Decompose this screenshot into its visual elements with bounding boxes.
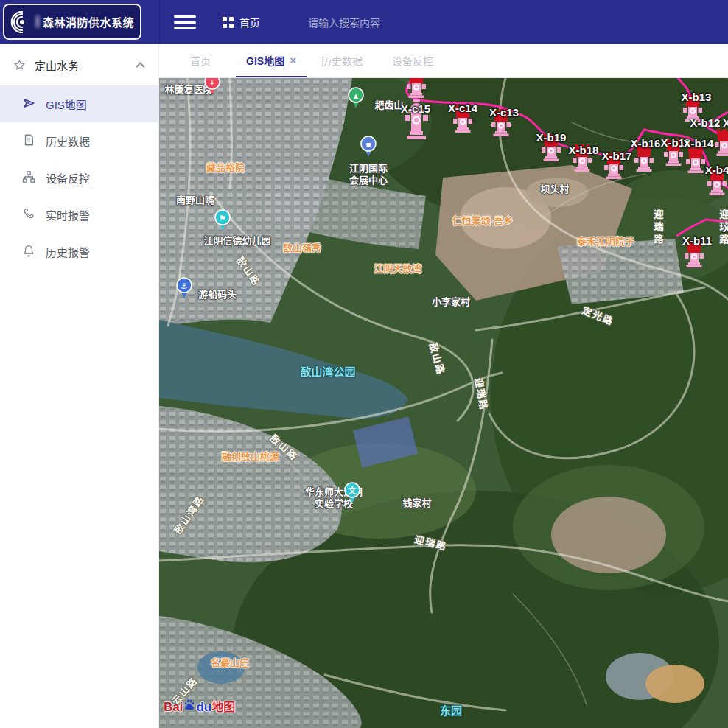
svg-text:⚓: ⚓: [181, 281, 188, 290]
device-hydrant-marker-X-b14[interactable]: [685, 142, 707, 176]
map-poi-label: 江阴信德幼儿园: [203, 235, 270, 247]
device-hydrant-marker-X-c15[interactable]: [404, 99, 429, 145]
tab-label: 设备反控: [392, 53, 433, 68]
tab-close-icon[interactable]: ×: [290, 55, 296, 66]
map-poi-label: 坝头村: [540, 183, 569, 195]
road-label: 迎瑞路: [651, 209, 665, 247]
map-poi-label: 南野山嘴: [176, 195, 214, 206]
device-hydrant-marker-X-b18[interactable]: [571, 141, 593, 175]
building-pin: ■: [360, 136, 377, 161]
road-label: 敔山路: [267, 431, 301, 463]
map-poi-label: 钱家村: [402, 497, 431, 509]
svg-text:■: ■: [366, 140, 371, 149]
road-label: 敔山路: [427, 341, 449, 377]
header-divider: [159, 0, 160, 44]
map-poi-label: 名豪山庄: [211, 657, 249, 669]
road-label: 敔山路: [234, 253, 264, 289]
road-label: 迎瑞路: [472, 377, 492, 412]
sidebar-item-label: GIS地图: [46, 97, 87, 112]
tab-label: 历史数据: [321, 53, 363, 68]
map-poi-label: 敔山湾公园: [300, 365, 355, 379]
star-icon: [13, 59, 26, 71]
sidebar-group-label: 定山水务: [35, 57, 79, 73]
chevron-up-icon: [136, 62, 145, 71]
anchor-pin: ⚓: [176, 277, 192, 302]
tab-GIS地图[interactable]: GIS地图×: [236, 44, 307, 77]
sidebar-item-实时报警[interactable]: 实时报警: [0, 196, 158, 233]
sidebar-group-dingshan[interactable]: 定山水务: [0, 44, 158, 85]
tab-label: 首页: [190, 53, 211, 68]
app-header: 森林消防供水系统 首页: [0, 0, 728, 44]
document-icon: [22, 133, 35, 149]
sidebar-item-历史数据[interactable]: 历史数据: [0, 122, 158, 159]
svg-text:+: +: [210, 78, 214, 87]
tab-bar: 首页GIS地图×历史数据设备反控: [159, 44, 728, 78]
hamburger-menu-icon[interactable]: [174, 14, 196, 30]
sidebar-item-label: 设备反控: [46, 170, 90, 186]
device-hydrant-marker-X-b13[interactable]: [682, 91, 704, 125]
map-poi-label: 江阴国际会展中心: [349, 163, 388, 187]
hospital-pin: +: [204, 78, 220, 99]
app-logo: 森林消防供水系统: [3, 4, 141, 40]
sonar-logo-icon: [10, 11, 32, 33]
svg-text:文: 文: [349, 486, 357, 495]
map-poi-label: 融创敔山桃源: [222, 451, 279, 463]
map-poi-label: 游船码头: [198, 289, 237, 301]
home-nav-label: 首页: [239, 15, 260, 29]
map-poi-label: 仁恒棠颂·吾乡: [452, 215, 513, 227]
map-poi-label: 泰禾江阴院子: [577, 236, 634, 248]
device-hydrant-marker-X-b15[interactable]: [662, 135, 685, 169]
sidebar-item-历史报警[interactable]: 历史报警: [0, 233, 158, 270]
redacted-text: [36, 15, 39, 28]
school-pin: 文: [344, 482, 360, 507]
road-label: 定光路: [581, 303, 617, 328]
bell-icon: [22, 244, 35, 259]
device-hydrant-marker-X-b11[interactable]: [683, 237, 705, 270]
map-poi-label: 华东师大江阴实验学校: [305, 486, 363, 511]
sitemap-icon: [22, 170, 35, 186]
map-poi-label: 小李家村: [432, 296, 470, 308]
gis-map-canvas[interactable]: 敔山路迎瑞路迎瑞路定光路敔山路迎瑞路敔山路迎瑞路敔山湾路云山路林康复医院耙齿山藏…: [159, 78, 728, 728]
device-hydrant-marker-X-c13[interactable]: [490, 105, 512, 139]
map-poi-label: 耙齿山: [374, 99, 403, 111]
tab-首页[interactable]: 首页: [165, 44, 236, 77]
phone-icon: [22, 207, 35, 223]
map-poi-label: 江阴天敔湾: [374, 263, 421, 275]
device-hydrant-marker[interactable]: [405, 78, 427, 101]
sidebar-item-label: 历史数据: [46, 133, 90, 149]
sidebar-item-label: 历史报警: [46, 244, 90, 259]
map-poi-label: 藏品裕院: [206, 162, 245, 174]
tab-label: GIS地图: [246, 53, 284, 68]
road-label: 迎瑞路: [413, 531, 449, 553]
sidebar-item-GIS地图[interactable]: GIS地图: [0, 85, 158, 122]
device-hydrant-marker-X-c14[interactable]: [452, 102, 474, 136]
map-poi-label: 敔山嶺秀: [283, 242, 321, 254]
device-hydrant-marker-X-b12[interactable]: [713, 125, 728, 159]
road-label: 敔山湾路: [170, 492, 207, 536]
road-label: 云山路: [168, 673, 200, 707]
road-label: 迎瑞路: [717, 209, 728, 247]
sidebar-item-设备反控[interactable]: 设备反控: [0, 159, 158, 196]
map-poi-label: 林康复医院: [164, 84, 212, 96]
tab-历史数据[interactable]: 历史数据: [307, 44, 377, 77]
grid-icon: [223, 17, 234, 28]
sidebar-item-label: 实时报警: [46, 207, 90, 223]
svg-text:⚑: ⚑: [219, 214, 226, 223]
device-hydrant-marker-X-b17[interactable]: [603, 148, 625, 182]
flag-pin: ⚑: [214, 209, 231, 234]
search-input[interactable]: [308, 13, 470, 32]
device-hydrant-marker-X-b4[interactable]: [706, 164, 728, 198]
sidebar: 定山水务 GIS地图历史数据设备反控实时报警历史报警: [0, 44, 159, 728]
device-hydrant-marker-X-b16[interactable]: [633, 141, 655, 175]
map-poi-label: 东园: [440, 704, 462, 718]
send-icon: [22, 97, 35, 112]
app-title: 森林消防供水系统: [43, 14, 134, 29]
device-hydrant-marker-X-b19[interactable]: [540, 130, 562, 164]
mountain-pin: ▲: [348, 87, 364, 112]
home-nav-button[interactable]: 首页: [223, 15, 260, 29]
tab-设备反控[interactable]: 设备反控: [377, 44, 448, 77]
svg-text:▲: ▲: [352, 91, 360, 100]
